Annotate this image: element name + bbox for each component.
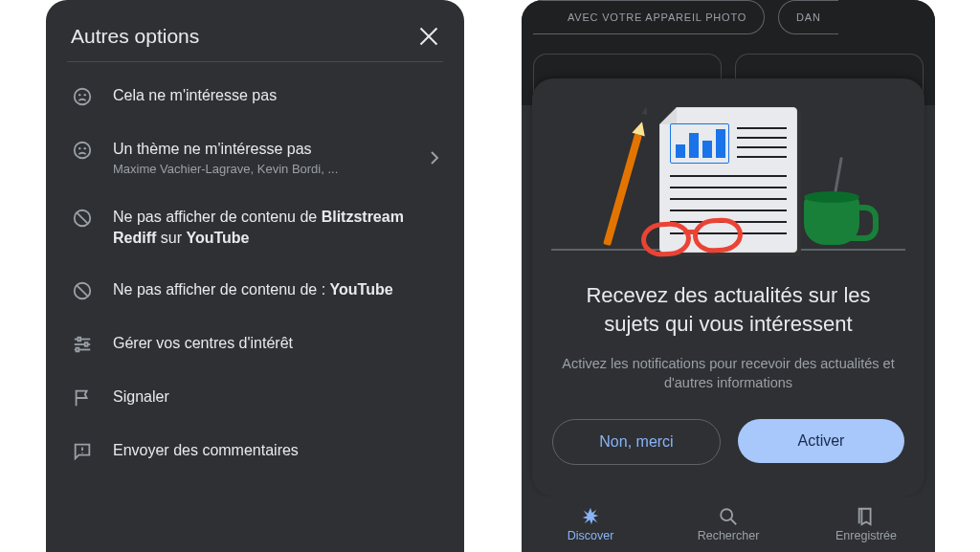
option-title: Ne pas afficher de contenu de Blitzstrea… — [113, 207, 439, 249]
chevron-right-icon — [430, 150, 439, 166]
nav-discover[interactable]: Discover — [522, 497, 659, 552]
illustration — [551, 105, 905, 258]
feedback-icon — [71, 440, 94, 463]
svg-point-2 — [84, 94, 86, 96]
block-icon — [71, 279, 94, 302]
options-sheet: Autres options Cela ne m'intéresse pasUn… — [46, 0, 464, 552]
pencil-icon — [603, 134, 642, 247]
option-title: Cela ne m'intéresse pas — [113, 85, 439, 106]
option-item[interactable]: Ne pas afficher de contenu de : YouTube — [67, 264, 443, 318]
option-title: Envoyer des commentaires — [113, 440, 439, 461]
option-item[interactable]: Envoyer des commentaires — [67, 425, 443, 478]
svg-point-3 — [75, 143, 91, 159]
svg-line-9 — [77, 285, 88, 297]
prompt-description: Activez les notifications pour recevoir … — [561, 354, 896, 392]
option-item[interactable]: Un thème ne m'intéresse pasMaxime Vachie… — [67, 123, 443, 191]
spark-icon — [580, 506, 601, 527]
sad-face-icon — [71, 85, 94, 108]
glasses-icon — [641, 222, 746, 251]
prompt-headline: Recevez des actualités sur les sujets qu… — [557, 281, 900, 339]
block-icon — [71, 207, 94, 230]
tune-icon — [71, 333, 94, 356]
svg-point-17 — [81, 453, 82, 453]
discover-screen: AVEC VOTRE APPAREIL PHOTO DAN — [522, 0, 935, 552]
nav-saved[interactable]: Enregistrée — [797, 497, 935, 552]
option-item[interactable]: Ne pas afficher de contenu de Blitzstrea… — [67, 191, 443, 264]
nav-label: Discover — [568, 529, 614, 542]
option-item[interactable]: Signaler — [67, 371, 443, 425]
notification-prompt-card: Recevez des actualités sur les sujets qu… — [532, 78, 924, 497]
svg-point-1 — [78, 94, 80, 96]
option-item[interactable]: Gérer vos centres d'intérêt — [67, 318, 443, 371]
mug-icon — [804, 197, 859, 245]
close-icon[interactable] — [418, 26, 439, 47]
option-title: Gérer vos centres d'intérêt — [113, 333, 439, 354]
svg-line-7 — [77, 212, 88, 224]
sheet-title: Autres options — [71, 25, 199, 48]
bottom-nav: Discover Rechercher Enregistrée — [522, 497, 935, 552]
svg-rect-15 — [77, 348, 79, 352]
options-list: Cela ne m'intéresse pasUn thème ne m'int… — [67, 70, 443, 478]
accept-button[interactable]: Activer — [738, 419, 904, 463]
svg-point-4 — [78, 147, 80, 149]
sheet-header: Autres options — [67, 0, 443, 61]
divider — [67, 61, 443, 62]
collections-icon — [856, 506, 877, 527]
suggestion-chip[interactable]: DAN — [778, 0, 838, 34]
suggestion-chip[interactable]: AVEC VOTRE APPAREIL PHOTO — [533, 0, 765, 34]
option-title: Un thème ne m'intéresse pas — [113, 139, 411, 160]
svg-line-19 — [731, 519, 737, 525]
nav-search[interactable]: Rechercher — [659, 497, 797, 552]
option-title: Signaler — [113, 386, 439, 408]
option-item[interactable]: Cela ne m'intéresse pas — [67, 70, 443, 123]
prompt-buttons: Non, merci Activer — [551, 419, 905, 465]
nav-label: Enregistrée — [835, 529, 897, 542]
search-icon — [718, 506, 739, 527]
option-subtitle: Maxime Vachier-Lagrave, Kevin Bordi, ... — [113, 162, 411, 176]
decline-button[interactable]: Non, merci — [552, 419, 721, 465]
sad-face-icon — [71, 139, 94, 162]
svg-point-5 — [84, 147, 86, 149]
svg-point-18 — [721, 509, 732, 520]
svg-rect-13 — [78, 338, 80, 342]
svg-rect-14 — [85, 342, 88, 346]
option-title: Ne pas afficher de contenu de : YouTube — [113, 279, 439, 300]
flag-icon — [71, 386, 94, 409]
svg-point-0 — [75, 89, 91, 105]
nav-label: Rechercher — [698, 529, 760, 542]
